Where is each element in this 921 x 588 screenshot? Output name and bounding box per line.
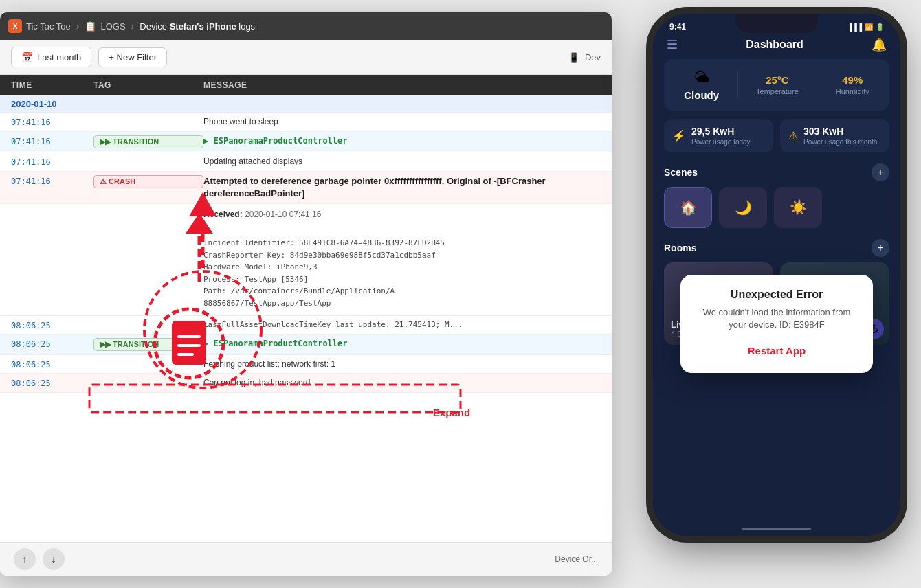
- log-row-transition-2[interactable]: 08:06:25 ▶▶ TRANSITION ▶ ESPanoramaProdu…: [0, 335, 612, 355]
- log-msg-esp-2: ▶ ESPanoramaProductController: [203, 338, 601, 350]
- rooms-title: Rooms: [664, 242, 696, 253]
- power-today-label: Power usage today: [691, 138, 751, 146]
- add-room-button[interactable]: +: [872, 239, 889, 257]
- humidity-value: 49%: [836, 74, 869, 86]
- transition-badge-2: ▶▶ TRANSITION: [93, 338, 203, 351]
- breadcrumb-device: Device Stefan's iPhone logs: [140, 21, 255, 32]
- error-modal: Unexpected Error We couldn't load the in…: [680, 275, 873, 373]
- nav-down-button[interactable]: ↓: [43, 548, 65, 570]
- power-month-info: 303 KwH Power usage this month: [803, 126, 877, 146]
- log-time: 07:41:16: [11, 156, 93, 167]
- phone-notch: [735, 14, 818, 33]
- play-icon-2: ▶: [203, 339, 213, 348]
- home-indicator: [742, 528, 811, 530]
- log-time: 08:06:25: [11, 319, 93, 330]
- scene-card-3[interactable]: ☀️: [774, 187, 822, 228]
- log-msg-crash: Attempted to dereference garbage pointer…: [203, 175, 601, 200]
- weather-divider: [737, 71, 738, 99]
- new-filter-button[interactable]: + New Filter: [98, 47, 167, 67]
- nav-up-button[interactable]: ↑: [14, 548, 36, 570]
- app-icon: X: [8, 19, 22, 33]
- log-msg-error: Can not log in, bad password: [203, 377, 601, 389]
- weather-humidity: 49% Hunmidity: [836, 74, 869, 95]
- title-bar: X Tic Tac Toe › 📋 LOGS › Device Stefan's…: [0, 12, 612, 40]
- menu-icon[interactable]: ☰: [667, 37, 678, 52]
- log-viewer-panel: X Tic Tac Toe › 📋 LOGS › Device Stefan's…: [0, 12, 612, 576]
- log-row[interactable]: 08:06:25 Fetching product list; network …: [0, 355, 612, 374]
- device-short-label: Dev: [585, 52, 601, 63]
- log-row-error[interactable]: 08:06:25 Can not log in, bad password: [0, 374, 612, 393]
- log-row[interactable]: 08:06:25 LastFullAssetDownloadTimeKey la…: [0, 316, 612, 335]
- status-icons: ▐▐▐ 📶 🔋: [847, 23, 884, 31]
- log-time: 07:41:16: [11, 175, 93, 186]
- humidity-label: Hunmidity: [836, 87, 869, 95]
- temp-label: Temperature: [756, 87, 799, 95]
- error-modal-title: Unexpected Error: [694, 289, 859, 301]
- toolbar-right: 📱 Dev: [568, 52, 601, 63]
- log-row-crash[interactable]: 07:41:16 ⚠ CRASH Attempted to dereferenc…: [0, 172, 612, 204]
- date-row-1: 2020-01-10: [0, 95, 612, 113]
- log-rows: 2020-01-10 07:41:16 Phone went to sleep …: [0, 95, 612, 542]
- breadcrumb-sep2: ›: [131, 21, 135, 32]
- notification-icon[interactable]: 🔔: [872, 37, 887, 52]
- rooms-section-header: Rooms +: [653, 236, 900, 262]
- log-time: 08:06:25: [11, 377, 93, 388]
- log-row-transition[interactable]: 07:41:16 ▶▶ TRANSITION ▶ ESPanoramaProdu…: [0, 132, 612, 152]
- scene-card-2[interactable]: 🌙: [719, 187, 767, 228]
- crash-received: Received: 2020-01-10 07:41:16: [203, 210, 601, 219]
- battery-icon: 🔋: [876, 23, 884, 31]
- col-tag: TAG: [93, 80, 203, 90]
- date-1: 2020-01-10: [11, 99, 57, 109]
- log-time: 07:41:16: [11, 135, 93, 146]
- nav-arrows: ↑ ↓: [14, 548, 65, 570]
- last-month-button[interactable]: 📅 Last month: [11, 47, 91, 67]
- error-modal-body: We couldn't load the information from yo…: [694, 306, 859, 331]
- phone-time: 9:41: [669, 22, 686, 32]
- dashboard-title: Dashboard: [746, 38, 803, 51]
- calendar-icon: 📅: [21, 52, 33, 63]
- logs-suffix: logs: [238, 21, 255, 32]
- logs-label: LOGS: [100, 21, 125, 32]
- restart-app-button[interactable]: Restart App: [748, 342, 806, 359]
- play-icon: ▶: [203, 136, 213, 146]
- table-header: TIME TAG MESSAGE: [0, 75, 612, 95]
- logs-tab[interactable]: 📋 LOGS: [85, 21, 125, 32]
- power-month-value: 303 KwH: [803, 126, 877, 137]
- weather-condition: 🌥 Cloudy: [684, 69, 719, 101]
- log-msg: Phone went to sleep: [203, 116, 601, 128]
- weather-value: Cloudy: [684, 89, 719, 101]
- log-row[interactable]: 07:41:16 Phone went to sleep: [0, 113, 612, 132]
- log-time: 08:06:25: [11, 359, 93, 370]
- log-msg: Fetching product list; network first: 1: [203, 359, 601, 370]
- add-scene-button[interactable]: +: [872, 163, 889, 181]
- power-month-icon: ⚠: [788, 129, 798, 142]
- col-message: MESSAGE: [203, 80, 601, 90]
- last-month-label: Last month: [37, 52, 81, 63]
- power-row: ⚡ 29,5 KwH Power usage today ⚠ 303 KwH P…: [664, 119, 889, 152]
- weather-widget: 🌥 Cloudy 25°C Temperature 49% Hunmidity: [664, 59, 889, 111]
- weather-divider-2: [817, 71, 817, 99]
- power-today-card: ⚡ 29,5 KwH Power usage today: [664, 119, 773, 152]
- breadcrumb-sep1: ›: [76, 21, 80, 32]
- power-today-value: 29,5 KwH: [691, 126, 751, 137]
- power-month-card: ⚠ 303 KwH Power usage this month: [780, 119, 889, 152]
- weather-icon: 🌥: [684, 69, 719, 87]
- wifi-icon: 📶: [865, 23, 873, 31]
- power-today-icon: ⚡: [672, 129, 686, 142]
- weather-temp: 25°C Temperature: [756, 74, 799, 95]
- scene-card-1[interactable]: 🏠: [664, 187, 712, 228]
- device-word: Device: [140, 21, 167, 32]
- phone-wrapper: 9:41 ▐▐▐ 📶 🔋 ☰ Dashboard 🔔 🌥 Cloudy: [646, 14, 907, 550]
- log-msg-esp: ▶ ESPanoramaProductController: [203, 135, 601, 147]
- temp-value: 25°C: [756, 74, 799, 86]
- log-row[interactable]: 07:41:16 Updating attached displays: [0, 152, 612, 172]
- device-or-label: Device Or...: [555, 554, 598, 564]
- log-time: 08:06:25: [11, 338, 93, 349]
- app-tab[interactable]: X Tic Tac Toe: [8, 19, 71, 33]
- crash-data: Incident Identifier: 58E491C8-6A74-4836-…: [203, 237, 601, 310]
- crash-ellipsis: ...: [203, 223, 601, 233]
- phone-icon: 📱: [568, 52, 579, 63]
- scenes-section-header: Scenes +: [653, 161, 900, 187]
- log-msg: Updating attached displays: [203, 156, 601, 168]
- scenes-title: Scenes: [664, 167, 698, 178]
